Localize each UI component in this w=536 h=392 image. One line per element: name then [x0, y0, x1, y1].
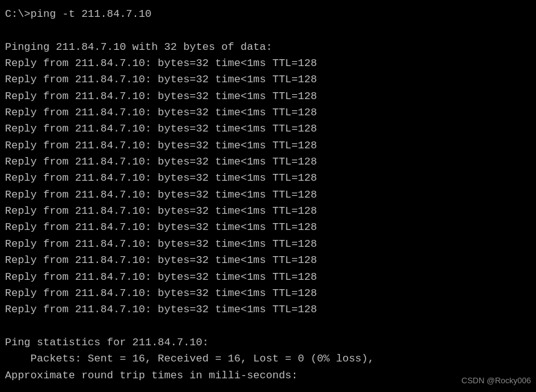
blank-line: [5, 22, 531, 39]
reply-line-3: Reply from 211.84.7.10: bytes=32 time<1m…: [5, 88, 531, 105]
reply-line-4: Reply from 211.84.7.10: bytes=32 time<1m…: [5, 105, 531, 121]
reply-line-14: Reply from 211.84.7.10: bytes=32 time<1m…: [5, 269, 531, 285]
watermark: CSDN @Rocky006: [462, 375, 531, 387]
reply-line-7: Reply from 211.84.7.10: bytes=32 time<1m…: [5, 154, 531, 170]
reply-line-2: Reply from 211.84.7.10: bytes=32 time<1m…: [5, 72, 531, 88]
command-line: C:\>ping -t 211.84.7.10: [5, 6, 531, 22]
approx-line: Approximate round trip times in milli-se…: [5, 368, 531, 384]
terminal-window: C:\>ping -t 211.84.7.10 Pinging 211.84.7…: [0, 0, 536, 392]
reply-line-9: Reply from 211.84.7.10: bytes=32 time<1m…: [5, 187, 531, 203]
reply-line-10: Reply from 211.84.7.10: bytes=32 time<1m…: [5, 203, 531, 219]
reply-line-13: Reply from 211.84.7.10: bytes=32 time<1m…: [5, 252, 531, 269]
reply-line-12: Reply from 211.84.7.10: bytes=32 time<1m…: [5, 236, 531, 252]
reply-line-8: Reply from 211.84.7.10: bytes=32 time<1m…: [5, 170, 531, 186]
reply-line-6: Reply from 211.84.7.10: bytes=32 time<1m…: [5, 138, 531, 154]
reply-line-11: Reply from 211.84.7.10: bytes=32 time<1m…: [5, 219, 531, 236]
reply-line-5: Reply from 211.84.7.10: bytes=32 time<1m…: [5, 121, 531, 137]
blank-line-2: [5, 318, 531, 335]
reply-line-16: Reply from 211.84.7.10: bytes=32 time<1m…: [5, 302, 531, 318]
reply-line-1: Reply from 211.84.7.10: bytes=32 time<1m…: [5, 55, 531, 72]
reply-line-15: Reply from 211.84.7.10: bytes=32 time<1m…: [5, 285, 531, 302]
packets-line: Packets: Sent = 16, Received = 16, Lost …: [5, 351, 531, 367]
stats-header-line: Ping statistics for 211.84.7.10:: [5, 335, 531, 351]
pinging-line: Pinging 211.84.7.10 with 32 bytes of dat…: [5, 39, 531, 55]
